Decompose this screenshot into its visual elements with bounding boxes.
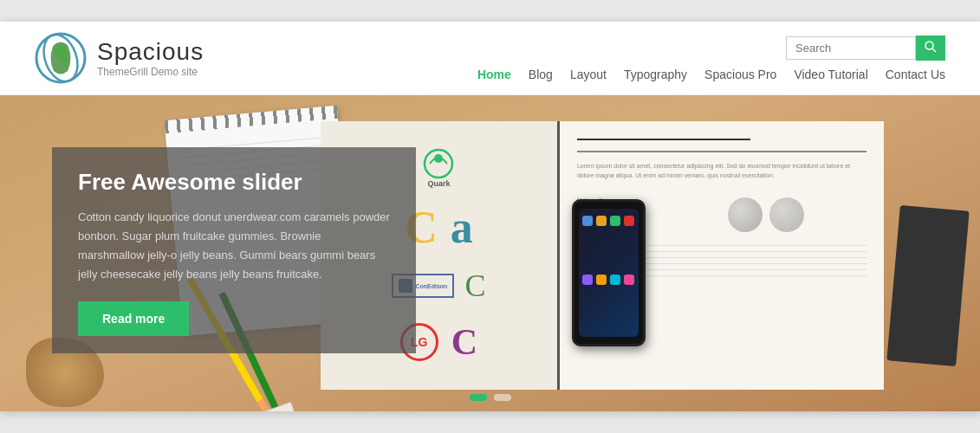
nav-item-typography[interactable]: Typography [624,68,687,81]
read-more-button[interactable]: Read more [78,301,189,336]
colored-c-logo: C [451,321,477,363]
search-icon [925,41,937,53]
search-input[interactable] [786,36,916,60]
app-icon-2 [596,216,607,226]
logo-text-area: Spacious ThemeGrill Demo site [97,38,204,78]
book-line-1 [577,139,750,140]
dark-object-right [886,205,969,366]
leaf-c-logo: C [464,268,485,304]
browser-window: Spacious ThemeGrill Demo site Home Blog … [0,22,980,411]
app-icon-5 [582,275,593,285]
app-icon-8 [624,275,634,285]
book-right-header [577,139,866,152]
svg-point-2 [925,42,933,49]
slider-dot-1[interactable] [470,394,487,401]
app-icon-6 [596,275,607,285]
a-teal-logo: a [451,205,473,250]
book-page-text: Lorem ipsum dolor sit amet, consectetur … [577,161,866,180]
slider-text-overlay: Free Awesome slider Cotton candy liquori… [52,147,416,353]
phone-screen [579,209,639,337]
hero-slider: Quark C a ConEdison C [0,95,980,411]
nav-item-layout[interactable]: Layout [570,68,607,81]
quark-logo: Quark [423,148,454,188]
search-bar [786,36,945,61]
app-icon-7 [610,275,620,285]
dot-circle-1 [728,197,763,232]
nav-item-home[interactable]: Home [477,68,511,81]
app-icon-1 [582,216,593,226]
svg-line-3 [932,48,936,52]
svg-point-4 [425,150,452,178]
svg-point-5 [434,154,443,163]
nav-item-video-tutorial[interactable]: Video Tutorial [794,68,867,81]
dot-circle-2 [769,197,804,232]
nav-item-blog[interactable]: Blog [529,68,553,81]
site-logo-icon [35,32,87,84]
app-icon-4 [624,216,634,226]
quark-circle [423,148,454,179]
conedison-text: ConEdison [415,283,447,289]
slider-dot-2[interactable] [494,394,511,401]
slider-title: Free Awesome slider [78,169,390,196]
main-nav: Home Blog Layout Typography Spacious Pro… [477,68,945,81]
quark-label: Quark [427,179,450,188]
site-header: Spacious ThemeGrill Demo site Home Blog … [0,22,980,95]
app-icon-3 [610,216,620,226]
dots-area [728,197,866,232]
search-button[interactable] [916,36,945,61]
smartphone [572,199,646,346]
nav-item-contact-us[interactable]: Contact Us [886,68,945,81]
nav-item-spacious-pro[interactable]: Spacious Pro [704,68,776,81]
header-right: Home Blog Layout Typography Spacious Pro… [477,36,945,81]
slider-description: Cotton candy liquorice donut unerdwear.c… [78,208,390,284]
slider-dots [470,394,511,401]
site-tagline: ThemeGrill Demo site [97,66,204,78]
logo-area: Spacious ThemeGrill Demo site [35,32,204,84]
site-title: Spacious [97,38,204,66]
quark-svg [423,148,454,179]
